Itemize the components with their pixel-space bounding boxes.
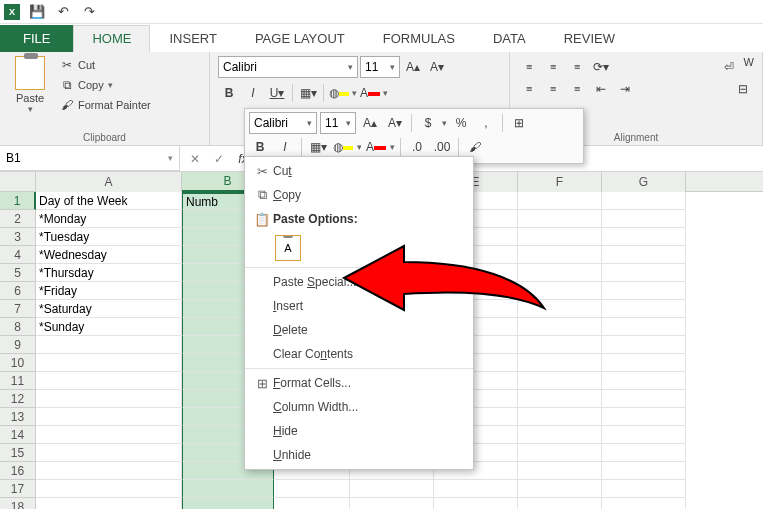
select-all-button[interactable]: [0, 172, 36, 192]
mini-table-format-button[interactable]: ⊞: [508, 112, 530, 134]
row-header-17[interactable]: 17: [0, 480, 36, 498]
row-header-15[interactable]: 15: [0, 444, 36, 462]
cell-A8[interactable]: *Sunday: [36, 318, 182, 336]
cell-G3[interactable]: [602, 228, 686, 246]
mini-bold-button[interactable]: B: [249, 136, 271, 158]
mini-font-color-button[interactable]: A: [365, 136, 387, 158]
cell-G11[interactable]: [602, 372, 686, 390]
cell-A13[interactable]: [36, 408, 182, 426]
cm-unhide[interactable]: Unhide: [245, 443, 473, 467]
cell-G15[interactable]: [602, 444, 686, 462]
wrap-text-button[interactable]: ⏎: [718, 56, 740, 78]
undo-button[interactable]: ↶: [54, 3, 72, 21]
cell-A17[interactable]: [36, 480, 182, 498]
cell-F13[interactable]: [518, 408, 602, 426]
mini-currency-button[interactable]: $: [417, 112, 439, 134]
cell-F8[interactable]: [518, 318, 602, 336]
cell-G8[interactable]: [602, 318, 686, 336]
cell-A4[interactable]: *Wednesday: [36, 246, 182, 264]
cell-G13[interactable]: [602, 408, 686, 426]
name-box[interactable]: B1 ▾: [0, 146, 180, 171]
column-header-A[interactable]: A: [36, 172, 182, 192]
cm-cut[interactable]: ✂ Cut: [245, 159, 473, 183]
redo-button[interactable]: ↷: [80, 3, 98, 21]
cell-F5[interactable]: [518, 264, 602, 282]
cm-format-cells[interactable]: ⊞ Format Cells...: [245, 371, 473, 395]
font-name-combo[interactable]: Calibri: [218, 56, 358, 78]
cm-insert[interactable]: Insert: [245, 294, 473, 318]
cell-F6[interactable]: [518, 282, 602, 300]
cell-F7[interactable]: [518, 300, 602, 318]
cancel-input-button[interactable]: ✕: [186, 150, 204, 168]
cm-delete[interactable]: Delete: [245, 318, 473, 342]
cell-F9[interactable]: [518, 336, 602, 354]
align-center-button[interactable]: ≡: [542, 78, 564, 100]
font-color-button[interactable]: A: [359, 82, 381, 104]
row-header-13[interactable]: 13: [0, 408, 36, 426]
paste-button[interactable]: Paste ▾: [8, 56, 52, 114]
row-header-7[interactable]: 7: [0, 300, 36, 318]
tab-formulas[interactable]: FORMULAS: [364, 25, 474, 52]
borders-button[interactable]: ▦▾: [297, 82, 319, 104]
paste-option-default[interactable]: A: [275, 235, 301, 261]
cm-paste-special[interactable]: Paste Special...: [245, 270, 473, 294]
cell-G16[interactable]: [602, 462, 686, 480]
cell-A6[interactable]: *Friday: [36, 282, 182, 300]
mini-font-combo[interactable]: Calibri: [249, 112, 317, 134]
align-right-button[interactable]: ≡: [566, 78, 588, 100]
cell-F4[interactable]: [518, 246, 602, 264]
cell-G4[interactable]: [602, 246, 686, 264]
row-header-8[interactable]: 8: [0, 318, 36, 336]
cell-G14[interactable]: [602, 426, 686, 444]
cell-G2[interactable]: [602, 210, 686, 228]
bold-button[interactable]: B: [218, 82, 240, 104]
cell-F3[interactable]: [518, 228, 602, 246]
cell-A7[interactable]: *Saturday: [36, 300, 182, 318]
mini-fill-button[interactable]: ◍: [332, 136, 354, 158]
decrease-font-button[interactable]: A▾: [426, 56, 448, 78]
confirm-input-button[interactable]: ✓: [210, 150, 228, 168]
italic-button[interactable]: I: [242, 82, 264, 104]
row-header-6[interactable]: 6: [0, 282, 36, 300]
cm-copy[interactable]: ⧉ Copy: [245, 183, 473, 207]
copy-button[interactable]: ⧉ Copy ▾: [60, 76, 151, 94]
row-header-16[interactable]: 16: [0, 462, 36, 480]
cell-G6[interactable]: [602, 282, 686, 300]
cell-F1[interactable]: [518, 192, 602, 210]
cell-G1[interactable]: [602, 192, 686, 210]
tab-home[interactable]: HOME: [73, 25, 150, 52]
mini-shrink-font-button[interactable]: A▾: [384, 112, 406, 134]
cell-F11[interactable]: [518, 372, 602, 390]
cell-A14[interactable]: [36, 426, 182, 444]
cell-A3[interactable]: *Tuesday: [36, 228, 182, 246]
mini-comma-button[interactable]: ,: [475, 112, 497, 134]
increase-indent-button[interactable]: ⇥: [614, 78, 636, 100]
row-header-11[interactable]: 11: [0, 372, 36, 390]
column-header-G[interactable]: G: [602, 172, 686, 192]
decrease-indent-button[interactable]: ⇤: [590, 78, 612, 100]
align-left-button[interactable]: ≡: [518, 78, 540, 100]
tab-page-layout[interactable]: PAGE LAYOUT: [236, 25, 364, 52]
cell-F2[interactable]: [518, 210, 602, 228]
cell-A9[interactable]: [36, 336, 182, 354]
cell-F16[interactable]: [518, 462, 602, 480]
font-size-combo[interactable]: 11: [360, 56, 400, 78]
row-header-9[interactable]: 9: [0, 336, 36, 354]
cell-F18[interactable]: [518, 498, 602, 509]
align-middle-button[interactable]: ≡: [542, 56, 564, 78]
cell-F14[interactable]: [518, 426, 602, 444]
tab-review[interactable]: REVIEW: [545, 25, 634, 52]
cm-column-width[interactable]: Column Width...: [245, 395, 473, 419]
cell-E18[interactable]: [434, 498, 518, 509]
row-header-2[interactable]: 2: [0, 210, 36, 228]
cell-G17[interactable]: [602, 480, 686, 498]
cell-F12[interactable]: [518, 390, 602, 408]
cell-A5[interactable]: *Thursday: [36, 264, 182, 282]
mini-inc-decimal-button[interactable]: .00: [431, 136, 453, 158]
cell-D18[interactable]: [350, 498, 434, 509]
mini-size-combo[interactable]: 11: [320, 112, 356, 134]
mini-italic-button[interactable]: I: [274, 136, 296, 158]
row-header-5[interactable]: 5: [0, 264, 36, 282]
cell-G18[interactable]: [602, 498, 686, 509]
cell-A15[interactable]: [36, 444, 182, 462]
